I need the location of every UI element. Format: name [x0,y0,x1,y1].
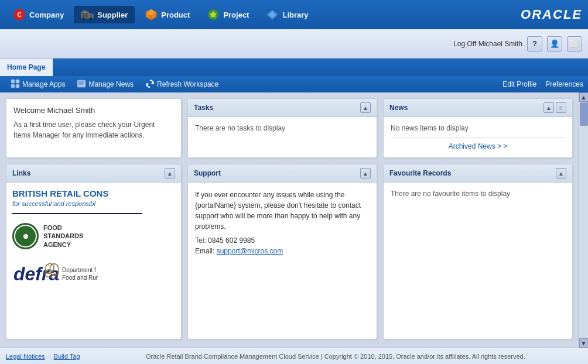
main-content: Welcome Michael Smith As a first time us… [0,92,588,348]
news-panel-icons: ▲ ≡ [543,102,566,113]
refresh-icon [145,79,155,90]
fsa-line2: STANDARDS [43,232,83,240]
tasks-panel-title: Tasks [194,104,213,112]
legal-notices-link[interactable]: Legal Notices [6,353,45,360]
company-icon: C [13,8,26,21]
support-panel-title: Support [194,169,221,177]
fav-panel-header: Favourite Records ▲ [384,164,572,183]
supplier-icon [81,9,94,20]
links-collapse-button[interactable]: ▲ [165,168,175,178]
scroll-up-arrow[interactable]: ▲ [579,92,589,102]
nav-company[interactable]: C Company [6,5,71,25]
nav-items: C Company Supplier [6,5,316,25]
chevron-up-icon: ▲ [363,105,368,111]
welcome-message: As a first time user, please check your … [13,119,174,140]
top-navigation: C Company Supplier [0,0,588,29]
support-intro-text: If you ever encounter any issues while u… [195,190,370,232]
tasks-panel-icons: ▲ [360,102,371,113]
preferences-link[interactable]: Preferences [545,80,583,88]
brc-logo-text[interactable]: BRITISH RETAIL CONS [12,188,175,199]
tab-right-area [583,59,588,76]
support-collapse-button[interactable]: ▲ [360,168,371,178]
archived-news-link[interactable]: Archived News > > [391,142,565,150]
svg-rect-3 [89,14,93,18]
support-email-line: Email: support@micros.com [195,247,370,255]
svg-point-5 [90,18,92,20]
news-menu-button[interactable]: ≡ [556,102,566,113]
content-area: Welcome Michael Smith As a first time us… [0,92,579,348]
svg-rect-15 [11,80,15,83]
library-icon [266,8,279,21]
manage-apps-nav[interactable]: Manage Apps [5,79,71,90]
build-tag-link[interactable]: Build Tag [54,353,80,360]
nav-company-label: Company [29,11,64,19]
svg-rect-18 [16,84,19,88]
tab-home-page[interactable]: Home Page [0,59,53,76]
scroll-down-arrow[interactable]: ▼ [579,338,589,348]
svg-rect-6 [83,11,87,13]
menu-icon-news: ≡ [559,105,563,111]
fav-collapse-button[interactable]: ▲ [556,168,566,178]
support-panel-header: Support ▲ [188,164,377,183]
links-panel-body: BRITISH RETAIL CONS for successful and r… [6,183,181,295]
product-icon [145,8,158,21]
nav-library[interactable]: Library [259,5,315,25]
tab-home-page-label: Home Page [7,63,45,71]
header-area: Log Off Michael Smith ? 👤 ⬜ [0,29,588,59]
footer-copyright: Oracle Retail Brand Compliance Managemen… [89,353,582,360]
news-panel-title: News [389,104,408,112]
tasks-collapse-button[interactable]: ▲ [360,102,371,113]
fsa-logo[interactable]: FOOD STANDARDS AGENCY [12,223,175,249]
nav-project-label: Project [223,11,249,19]
support-email-link[interactable]: support@micros.com [217,247,283,255]
nav-product[interactable]: Product [138,5,197,25]
svg-text:C: C [17,12,21,18]
fav-panel-title: Favourite Records [389,169,451,177]
tasks-panel-header: Tasks ▲ [188,99,377,117]
manage-news-nav[interactable]: Manage News [71,79,139,90]
welcome-greeting: Welcome Michael Smith [13,106,174,115]
nav-supplier[interactable]: Supplier [74,6,135,23]
secondary-nav-right: Edit Profile Preferences [502,80,583,88]
window-button[interactable]: ⬜ [567,36,582,51]
no-tasks-text: There are no tasks to display [195,124,285,132]
fsa-dot [23,234,28,239]
user-button[interactable]: 👤 [547,36,562,51]
svg-rect-16 [16,80,19,83]
project-icon [207,8,220,21]
news-panel: News ▲ ≡ No news items to display Archiv… [383,98,573,158]
svg-rect-17 [11,84,15,88]
help-button[interactable]: ? [527,36,542,51]
defra-text1: Department f [62,266,98,274]
nav-project[interactable]: Project [200,5,256,25]
support-tel: Tel: 0845 602 9985 [195,236,370,245]
support-email-label: Email: [195,247,217,255]
scroll-track[interactable] [579,102,588,338]
links-panel-icons: ▲ [165,168,175,178]
secondary-nav: Manage Apps Manage News Refresh Workspac… [0,76,588,92]
window-icon: ⬜ [570,39,579,48]
defra-logo[interactable]: defra Department f Food and Rur [12,258,175,289]
welcome-panel-body: Welcome Michael Smith As a first time us… [6,99,181,147]
scroll-thumb[interactable] [580,102,588,126]
header-right: Log Off Michael Smith ? 👤 ⬜ [453,36,582,51]
chevron-up-icon-news: ▲ [546,105,552,111]
tab-bar: Home Page [0,59,588,76]
links-panel-header: Links ▲ [6,164,181,183]
edit-profile-link[interactable]: Edit Profile [502,80,536,88]
favourite-records-panel: Favourite Records ▲ There are no favouri… [383,164,573,339]
manage-apps-label: Manage Apps [22,80,65,88]
support-panel-icons: ▲ [360,168,371,178]
fsa-text: FOOD STANDARDS AGENCY [43,224,83,249]
nav-product-label: Product [161,11,190,19]
links-panel: Links ▲ BRITISH RETAIL CONS for successf… [6,164,182,339]
fav-panel-body: There are no favourite items to display [384,183,572,205]
scrollbar[interactable]: ▲ ▼ [579,92,588,348]
manage-news-label: Manage News [88,80,134,88]
refresh-workspace-nav[interactable]: Refresh Workspace [139,79,224,90]
fav-panel-icons: ▲ [556,168,566,178]
brc-sub-text[interactable]: for successful and responsibl [12,200,175,207]
news-collapse-button[interactable]: ▲ [543,102,554,113]
svg-rect-2 [81,12,89,18]
no-fav-items-text: There are no favourite items to display [391,190,510,198]
